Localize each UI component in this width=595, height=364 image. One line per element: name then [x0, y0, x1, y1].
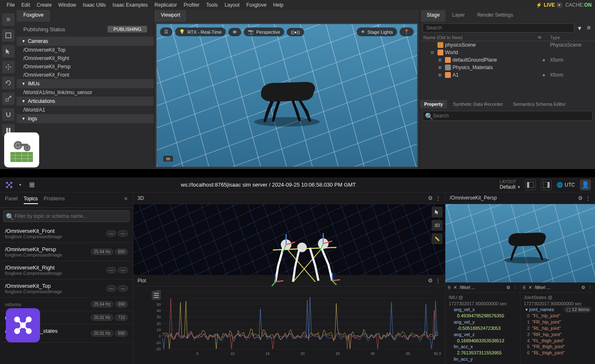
more-icon[interactable]: ⋮	[513, 285, 518, 290]
raw-topic-title[interactable]: /Worl ...	[460, 285, 504, 290]
close-icon[interactable]: ✕	[453, 285, 457, 290]
tab-semantics[interactable]: Semantics Schema Editor	[509, 100, 570, 108]
plot-canvas[interactable]: ☰ -20-10010203040506070510152025303539.3…	[133, 287, 445, 364]
rotate-icon[interactable]	[2, 77, 15, 89]
section-articulations[interactable]: Articulations	[17, 97, 154, 106]
topic-item[interactable]: /OmniverseKit_Topfoxglove.CompressedImag…	[0, 279, 133, 298]
timezone-button[interactable]: 🌐UTC	[557, 182, 575, 188]
more-icon[interactable]: ⋮	[588, 285, 592, 290]
filter-icon[interactable]: ▾	[576, 24, 583, 32]
cursor-tool[interactable]	[432, 207, 442, 217]
gear-icon[interactable]: ⚙	[506, 285, 510, 290]
section-settings[interactable]: ings	[17, 114, 154, 123]
articulation-item[interactable]: /World/A1	[17, 106, 154, 114]
menu-isaac-examples[interactable]: Isaac Examples	[109, 2, 151, 8]
tab-panel[interactable]: Panel	[5, 196, 18, 204]
cursor-icon[interactable]	[2, 45, 15, 57]
renderer-dropdown[interactable]: 💡RTX - Real-Time	[175, 27, 226, 36]
stage-search-input[interactable]	[422, 23, 574, 32]
menu-profiler[interactable]: Profiler	[180, 2, 203, 8]
tab-synthetic-data[interactable]: Synthetic Data Recorder	[449, 100, 507, 108]
pin-icon[interactable]: 📍	[400, 27, 414, 36]
col-name[interactable]: Name (Old to New)	[423, 35, 538, 40]
menu-tools[interactable]: Tools	[203, 2, 221, 8]
lights-dropdown[interactable]: ☀Stage Lights	[357, 27, 397, 36]
tab-property[interactable]: Property	[420, 100, 447, 108]
stage-row[interactable]: ⊞Physics_Materials	[420, 64, 595, 71]
chevron-down-icon[interactable]: ▾	[19, 182, 21, 187]
gear-icon[interactable]: ⚙	[428, 277, 433, 284]
stage-row[interactable]: ⊞A1●Xform	[420, 71, 595, 79]
gear-icon[interactable]: ⚙	[578, 195, 583, 201]
sidebar-left-icon[interactable]	[525, 180, 536, 190]
tab-viewport[interactable]: Viewport	[154, 10, 187, 22]
copy-icon[interactable]: ⎘	[448, 285, 451, 290]
layout-dropdown[interactable]: Default▾	[500, 184, 520, 190]
close-icon[interactable]: ✕	[124, 196, 128, 204]
more-icon[interactable]: ⋮	[585, 195, 591, 201]
menu-replicator[interactable]: Replicator	[151, 2, 180, 8]
user-icon[interactable]: 👤	[580, 180, 591, 190]
stage-row[interactable]: physicsScenePhysicsScene	[420, 41, 595, 49]
camera-item[interactable]: /OmniverseKit_Right	[17, 54, 154, 62]
menu-edit[interactable]: Edit	[18, 2, 33, 8]
menu-help[interactable]: Help	[270, 2, 287, 8]
visibility-toggle[interactable]: ●	[538, 57, 550, 63]
joint-item[interactable]: 0"FL_hip_joint"	[524, 313, 592, 319]
tab-layer[interactable]: Layer	[446, 10, 470, 22]
topic-filter-input[interactable]	[3, 210, 130, 222]
joint-item[interactable]: 3"RR_hip_joint"	[524, 332, 592, 338]
topic-item[interactable]: /OmniverseKit_Perspfoxglove.CompressedIm…	[0, 243, 133, 261]
snap-icon[interactable]	[2, 108, 15, 121]
property-search-input[interactable]	[422, 111, 592, 121]
menu-file[interactable]: File	[3, 2, 18, 8]
col-type[interactable]: Type	[550, 35, 592, 40]
viewport-canvas[interactable]: ☰ 💡RTX - Real-Time 👁 📷Perspective ((●)) …	[156, 23, 418, 167]
stage-row[interactable]: ⊞defaultGroundPlane●Xform	[420, 56, 595, 64]
ruler-tool[interactable]: 📏	[432, 233, 442, 244]
audio-icon[interactable]: ((●))	[287, 28, 304, 36]
gear-icon[interactable]: ⚙	[428, 195, 433, 201]
stage-row[interactable]: ⊟World	[420, 49, 595, 56]
tab-foxglove[interactable]: Foxglove	[17, 10, 51, 22]
view-3d-tool[interactable]: 3D	[432, 220, 442, 231]
options-icon[interactable]: ≡	[585, 24, 592, 32]
more-icon[interactable]: ⋮	[435, 277, 441, 284]
imu-item[interactable]: /World/A1/imu_link/imu_sensor	[17, 88, 154, 97]
raw-topic-title[interactable]: /Worl ...	[535, 285, 579, 290]
joint-item[interactable]: 4"FL_thigh_joint"	[524, 338, 592, 344]
tab-problems[interactable]: Problems	[44, 196, 65, 204]
joint-item[interactable]: 1"FR_hip_joint"	[524, 319, 592, 325]
menu-layout[interactable]: Layout	[221, 2, 243, 8]
topic-item[interactable]: /OmniverseKit_Frontfoxglove.CompressedIm…	[0, 224, 133, 243]
tab-stage[interactable]: Stage	[421, 10, 445, 22]
hamburger-icon[interactable]: ≡	[2, 13, 15, 26]
topic-item[interactable]: /OmniverseKit_Rightfoxglove.CompressedIm…	[0, 261, 133, 279]
section-imus[interactable]: IMUs	[17, 79, 154, 88]
3d-view[interactable]: 3D 📏	[133, 204, 445, 275]
viewport-settings-icon[interactable]: ☰	[160, 27, 172, 36]
joint-names-header[interactable]: joint_names	[529, 307, 554, 312]
legend-icon[interactable]: ☰	[152, 291, 161, 300]
visibility-toggle[interactable]: ●	[538, 72, 550, 78]
camera-item[interactable]: /OmniverseKit_Front	[17, 71, 154, 79]
add-panel-icon[interactable]: ⊞	[26, 180, 37, 190]
tab-topics[interactable]: Topics	[24, 196, 38, 204]
section-cameras[interactable]: Cameras	[17, 37, 154, 46]
foxglove-app-icon[interactable]	[6, 308, 40, 342]
joint-item[interactable]: 5"FR_thigh_joint"	[524, 344, 592, 350]
scale-icon[interactable]	[2, 92, 15, 105]
sidebar-right-icon[interactable]	[541, 180, 552, 190]
camera-item[interactable]: /OmniverseKit_Persp	[17, 62, 154, 71]
close-icon[interactable]: ✕	[528, 285, 532, 290]
col-vis-icon[interactable]: 👁	[538, 35, 550, 40]
persp-camera-view[interactable]	[445, 204, 595, 282]
select-cube-icon[interactable]	[2, 29, 15, 42]
menu-foxglove[interactable]: Foxglove	[243, 2, 270, 8]
joint-item[interactable]: 2"RL_hip_joint"	[524, 325, 592, 332]
gear-icon[interactable]: ⚙	[581, 285, 585, 290]
isaac-sim-app-icon[interactable]	[4, 132, 39, 167]
live-dropdown-icon[interactable]: ▾	[557, 2, 562, 7]
joint-item[interactable]: 6"RL_thigh_joint"	[524, 350, 592, 356]
live-status[interactable]: LIVE	[542, 2, 557, 8]
